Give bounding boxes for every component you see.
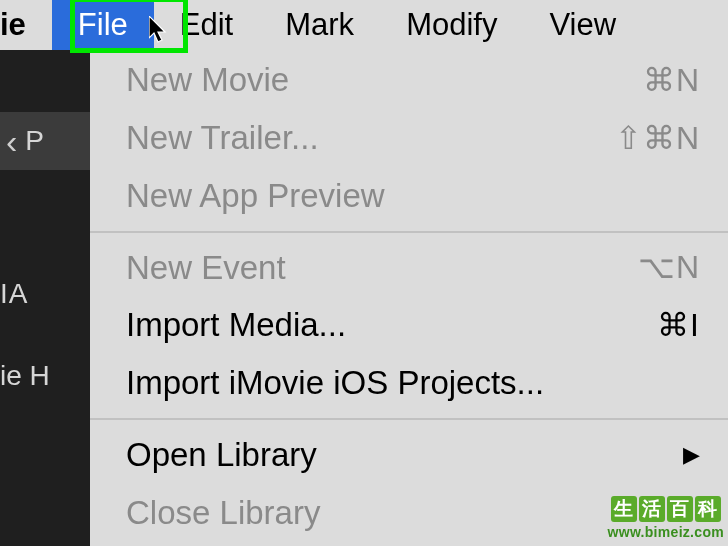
menu-item-new-trailer[interactable]: New Trailer... ⇧⌘N — [90, 109, 728, 167]
watermark-char: 活 — [639, 496, 665, 522]
menu-item-label: New App Preview — [126, 172, 385, 220]
sidebar-label-media: IA — [0, 278, 90, 310]
menu-item-new-app-preview[interactable]: New App Preview — [90, 167, 728, 225]
menu-item-label: Import iMovie iOS Projects... — [126, 359, 544, 407]
menu-view[interactable]: View — [523, 0, 642, 50]
menu-separator — [90, 418, 728, 420]
file-dropdown: New Movie ⌘N New Trailer... ⇧⌘N New App … — [90, 50, 728, 546]
watermark: 生 活 百 科 www.bimeiz.com — [608, 496, 724, 540]
menu-item-new-event[interactable]: New Event ⌥N — [90, 239, 728, 297]
menu-separator — [90, 231, 728, 233]
sidebar-label-imovie: ie H — [0, 360, 90, 392]
chevron-right-icon: ▶ — [683, 439, 700, 471]
shortcut: ⇧⌘N — [615, 115, 700, 161]
menu-item-import-media[interactable]: Import Media... ⌘I — [90, 296, 728, 354]
menu-edit[interactable]: Edit — [154, 0, 259, 50]
menu-modify[interactable]: Modify — [380, 0, 523, 50]
chevron-left-icon: ‹ — [6, 122, 17, 161]
shortcut: ⌥N — [638, 244, 700, 290]
shortcut: ⌘N — [643, 57, 700, 103]
sidebar-back-label: P — [25, 125, 44, 157]
menu-file[interactable]: File — [52, 0, 154, 50]
shortcut: ⌘I — [657, 302, 700, 348]
menu-item-label: Open Library — [126, 431, 317, 479]
watermark-char: 科 — [695, 496, 721, 522]
app-name-fragment: ie — [0, 0, 52, 50]
menu-item-new-movie[interactable]: New Movie ⌘N — [90, 51, 728, 109]
sidebar: ‹ P IA ie H — [0, 50, 90, 546]
menubar: ie File Edit Mark Modify View — [0, 0, 728, 50]
menu-item-open-library[interactable]: Open Library ▶ — [90, 426, 728, 484]
menu-item-label: Close Library — [126, 489, 320, 537]
watermark-url: www.bimeiz.com — [608, 524, 724, 540]
menu-mark[interactable]: Mark — [259, 0, 380, 50]
watermark-char: 百 — [667, 496, 693, 522]
menu-item-label: Import Media... — [126, 301, 346, 349]
menu-item-import-ios-projects[interactable]: Import iMovie iOS Projects... — [90, 354, 728, 412]
menu-item-label: New Trailer... — [126, 114, 319, 162]
watermark-title: 生 活 百 科 — [611, 496, 721, 522]
sidebar-back-button[interactable]: ‹ P — [0, 112, 90, 170]
watermark-char: 生 — [611, 496, 637, 522]
menu-item-label: New Event — [126, 244, 286, 292]
menu-item-label: New Movie — [126, 56, 289, 104]
